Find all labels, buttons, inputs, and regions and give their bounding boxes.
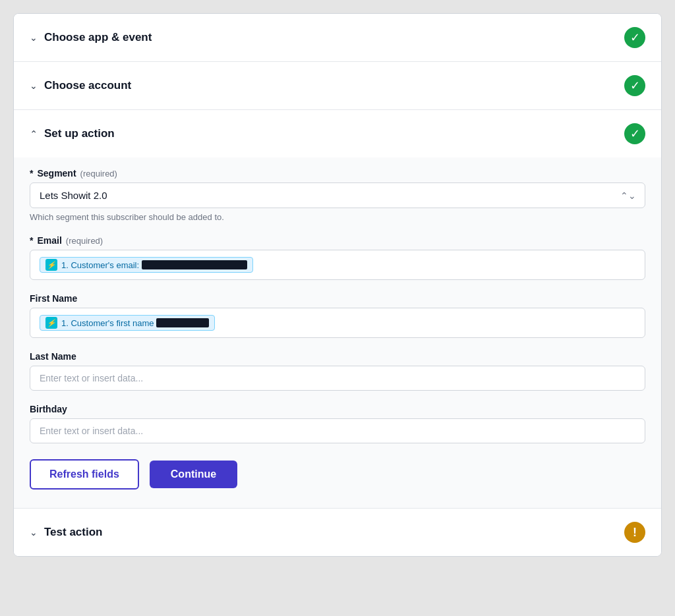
section-header-left-action: ⌄ Set up action	[30, 127, 115, 140]
segment-select[interactable]: Lets Showit 2.0	[30, 182, 645, 208]
label-text-segment: Segment	[37, 168, 76, 179]
chevron-down-icon-account: ⌄	[30, 80, 38, 91]
exclamation-icon-test: !	[633, 526, 637, 540]
field-group-first-name: First Name ⚡ 1. Customer's first name	[30, 293, 645, 338]
continue-button[interactable]: Continue	[150, 461, 237, 488]
section-title-action: Set up action	[44, 127, 115, 140]
field-label-email: * Email (required)	[30, 235, 645, 246]
first-name-tag-input[interactable]: ⚡ 1. Customer's first name	[30, 308, 645, 338]
birthday-input[interactable]	[30, 418, 645, 443]
section-header-set-up-action[interactable]: ⌄ Set up action ✓	[14, 110, 661, 157]
status-icon-account: ✓	[624, 75, 645, 96]
section-header-left: ⌄ Choose app & event	[30, 31, 152, 44]
field-group-last-name: Last Name	[30, 351, 645, 391]
field-description-segment: Which segment this subscriber should be …	[30, 212, 645, 222]
section-header-left-account: ⌄ Choose account	[30, 79, 131, 92]
checkmark-icon-action: ✓	[630, 126, 640, 141]
field-group-email: * Email (required) ⚡ 1. Customer's email…	[30, 235, 645, 280]
section-test-action: ⌄ Test action !	[14, 509, 661, 556]
checkmark-icon-app-event: ✓	[630, 30, 640, 45]
label-text-last-name: Last Name	[30, 351, 76, 362]
section-title-test: Test action	[44, 526, 102, 539]
section-title-account: Choose account	[44, 79, 131, 92]
email-tag-chip: ⚡ 1. Customer's email:	[40, 257, 253, 273]
required-text-segment: (required)	[80, 169, 117, 179]
last-name-input[interactable]	[30, 366, 645, 391]
select-wrapper-segment: Lets Showit 2.0 ⌃⌄	[30, 182, 645, 208]
section-header-choose-account[interactable]: ⌄ Choose account ✓	[14, 62, 661, 109]
first-name-redacted-bar	[156, 318, 209, 327]
field-label-last-name: Last Name	[30, 351, 645, 362]
chevron-down-icon-test: ⌄	[30, 527, 38, 538]
field-label-birthday: Birthday	[30, 404, 645, 414]
section-choose-account: ⌄ Choose account ✓	[14, 62, 661, 110]
checkmark-icon-account: ✓	[630, 78, 640, 93]
field-group-segment: * Segment (required) Lets Showit 2.0 ⌃⌄ …	[30, 168, 645, 222]
label-text-email: Email	[37, 235, 61, 246]
status-icon-app-event: ✓	[624, 27, 645, 48]
section-title-app-event: Choose app & event	[44, 31, 152, 44]
section-header-left-test: ⌄ Test action	[30, 526, 102, 539]
label-text-birthday: Birthday	[30, 404, 67, 414]
email-tag-input[interactable]: ⚡ 1. Customer's email:	[30, 250, 645, 280]
required-star-email: *	[30, 235, 33, 246]
email-tag-label: 1. Customer's email:	[61, 260, 139, 270]
chevron-down-icon-app-event: ⌄	[30, 32, 38, 43]
required-star-segment: *	[30, 168, 33, 179]
status-icon-test: !	[624, 522, 645, 543]
first-name-tag-label: 1. Customer's first name	[61, 318, 154, 328]
section-set-up-action: ⌄ Set up action ✓ * Segment (required) L…	[14, 110, 661, 509]
field-label-first-name: First Name	[30, 293, 645, 304]
action-buttons-row: Refresh fields Continue	[30, 459, 645, 490]
section-header-choose-app-event[interactable]: ⌄ Choose app & event ✓	[14, 14, 661, 61]
refresh-fields-button[interactable]: Refresh fields	[30, 459, 139, 490]
chevron-up-icon-action: ⌄	[30, 128, 38, 139]
field-label-segment: * Segment (required)	[30, 168, 645, 179]
status-icon-action: ✓	[624, 123, 645, 144]
section-choose-app-event: ⌄ Choose app & event ✓	[14, 14, 661, 62]
zap-icon-email: ⚡	[45, 259, 57, 271]
field-group-birthday: Birthday	[30, 404, 645, 443]
email-redacted-bar	[142, 260, 247, 269]
label-text-first-name: First Name	[30, 293, 77, 304]
section-content-action: * Segment (required) Lets Showit 2.0 ⌃⌄ …	[14, 157, 661, 508]
first-name-tag-chip: ⚡ 1. Customer's first name	[40, 315, 215, 331]
workflow-container: ⌄ Choose app & event ✓ ⌄ Choose account …	[13, 13, 662, 557]
zap-icon-first-name: ⚡	[45, 317, 57, 329]
required-text-email: (required)	[66, 236, 103, 246]
section-header-test-action[interactable]: ⌄ Test action !	[14, 509, 661, 556]
